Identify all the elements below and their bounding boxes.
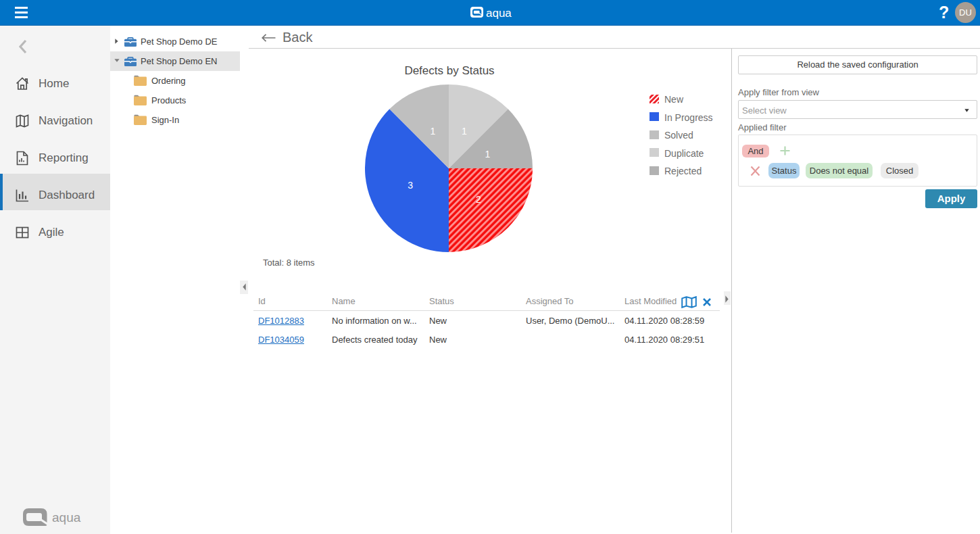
svg-text:3: 3 [408,180,413,191]
svg-text:2: 2 [476,194,481,205]
svg-text:1: 1 [430,126,435,137]
svg-text:1: 1 [485,149,490,160]
svg-text:1: 1 [462,126,467,137]
